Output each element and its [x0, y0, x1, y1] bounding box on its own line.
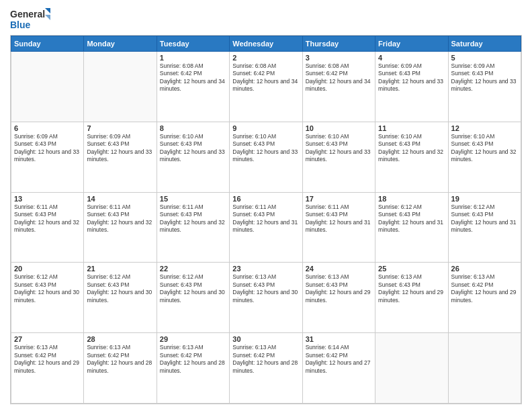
calendar-cell: 18Sunrise: 6:12 AMSunset: 6:43 PMDayligh…: [375, 192, 448, 263]
calendar-cell: 11Sunrise: 6:10 AMSunset: 6:43 PMDayligh…: [375, 122, 448, 192]
calendar-cell: 21Sunrise: 6:12 AMSunset: 6:43 PMDayligh…: [84, 263, 157, 333]
day-info: Sunrise: 6:11 AMSunset: 6:43 PMDaylight:…: [14, 203, 81, 234]
svg-text:General: General: [10, 9, 45, 19]
day-info: Sunrise: 6:12 AMSunset: 6:43 PMDaylight:…: [160, 273, 226, 304]
day-of-week-saturday: Saturday: [448, 36, 521, 52]
svg-text:Blue: Blue: [10, 19, 31, 30]
day-number: 20: [14, 265, 81, 273]
day-info: Sunrise: 6:10 AMSunset: 6:43 PMDaylight:…: [451, 133, 518, 164]
day-info: Sunrise: 6:12 AMSunset: 6:43 PMDaylight:…: [14, 273, 81, 304]
day-number: 21: [87, 265, 153, 273]
day-number: 7: [87, 124, 153, 132]
day-of-week-friday: Friday: [375, 36, 448, 52]
day-number: 26: [451, 265, 518, 273]
day-info: Sunrise: 6:12 AMSunset: 6:43 PMDaylight:…: [87, 273, 153, 304]
calendar-cell: 12Sunrise: 6:10 AMSunset: 6:43 PMDayligh…: [448, 122, 521, 192]
day-number: 24: [306, 265, 372, 273]
calendar-cell: 16Sunrise: 6:11 AMSunset: 6:43 PMDayligh…: [230, 192, 302, 263]
day-info: Sunrise: 6:13 AMSunset: 6:43 PMDaylight:…: [378, 273, 445, 304]
day-number: 22: [160, 265, 226, 273]
day-number: 4: [378, 54, 445, 62]
day-info: Sunrise: 6:13 AMSunset: 6:42 PMDaylight:…: [87, 344, 153, 375]
day-number: 16: [232, 195, 299, 203]
calendar-cell: 2Sunrise: 6:08 AMSunset: 6:42 PMDaylight…: [230, 52, 302, 122]
day-number: 28: [87, 335, 153, 343]
calendar-cell: 14Sunrise: 6:11 AMSunset: 6:43 PMDayligh…: [84, 192, 157, 263]
calendar-cell: 13Sunrise: 6:11 AMSunset: 6:43 PMDayligh…: [11, 192, 84, 263]
day-number: 6: [14, 124, 81, 132]
day-info: Sunrise: 6:08 AMSunset: 6:42 PMDaylight:…: [232, 62, 299, 93]
day-info: Sunrise: 6:12 AMSunset: 6:43 PMDaylight:…: [451, 203, 518, 234]
calendar-cell: 30Sunrise: 6:13 AMSunset: 6:42 PMDayligh…: [230, 333, 302, 404]
calendar-cell: 20Sunrise: 6:12 AMSunset: 6:43 PMDayligh…: [11, 263, 84, 333]
day-number: 31: [306, 335, 372, 343]
day-number: 17: [306, 195, 372, 203]
calendar-cell: 29Sunrise: 6:13 AMSunset: 6:42 PMDayligh…: [157, 333, 229, 404]
day-number: 12: [451, 124, 518, 132]
calendar-cell: 17Sunrise: 6:11 AMSunset: 6:43 PMDayligh…: [302, 192, 375, 263]
day-number: 3: [306, 54, 372, 62]
calendar-cell: 28Sunrise: 6:13 AMSunset: 6:42 PMDayligh…: [84, 333, 157, 404]
day-info: Sunrise: 6:14 AMSunset: 6:42 PMDaylight:…: [306, 344, 372, 375]
calendar-cell: 6Sunrise: 6:09 AMSunset: 6:43 PMDaylight…: [11, 122, 84, 192]
logo-svg: General Blue: [10, 7, 50, 31]
day-of-week-monday: Monday: [84, 36, 157, 52]
calendar-cell: 1Sunrise: 6:08 AMSunset: 6:42 PMDaylight…: [157, 52, 229, 122]
day-info: Sunrise: 6:13 AMSunset: 6:43 PMDaylight:…: [232, 273, 299, 304]
day-number: 2: [232, 54, 299, 62]
day-number: 5: [451, 54, 518, 62]
calendar-cell: 5Sunrise: 6:09 AMSunset: 6:43 PMDaylight…: [448, 52, 521, 122]
calendar-cell: [448, 333, 521, 404]
day-info: Sunrise: 6:13 AMSunset: 6:42 PMDaylight:…: [160, 344, 226, 375]
day-number: 11: [378, 124, 445, 132]
calendar-cell: 31Sunrise: 6:14 AMSunset: 6:42 PMDayligh…: [302, 333, 375, 404]
header: General Blue: [10, 7, 522, 31]
calendar-cell: 9Sunrise: 6:10 AMSunset: 6:43 PMDaylight…: [230, 122, 302, 192]
day-of-week-tuesday: Tuesday: [157, 36, 229, 52]
day-info: Sunrise: 6:11 AMSunset: 6:43 PMDaylight:…: [87, 203, 153, 234]
day-info: Sunrise: 6:11 AMSunset: 6:43 PMDaylight:…: [160, 203, 226, 234]
calendar-cell: 8Sunrise: 6:10 AMSunset: 6:43 PMDaylight…: [157, 122, 229, 192]
calendar: SundayMondayTuesdayWednesdayThursdayFrid…: [10, 35, 522, 404]
day-of-week-thursday: Thursday: [302, 36, 375, 52]
day-info: Sunrise: 6:10 AMSunset: 6:43 PMDaylight:…: [232, 133, 299, 164]
calendar-cell: 19Sunrise: 6:12 AMSunset: 6:43 PMDayligh…: [448, 192, 521, 263]
day-number: 1: [160, 54, 226, 62]
day-number: 27: [14, 335, 81, 343]
calendar-cell: 27Sunrise: 6:13 AMSunset: 6:42 PMDayligh…: [11, 333, 84, 404]
day-number: 29: [160, 335, 226, 343]
logo: General Blue: [10, 7, 50, 31]
calendar-cell: [11, 52, 84, 122]
day-info: Sunrise: 6:10 AMSunset: 6:43 PMDaylight:…: [160, 133, 226, 164]
day-info: Sunrise: 6:11 AMSunset: 6:43 PMDaylight:…: [306, 203, 372, 234]
day-number: 14: [87, 195, 153, 203]
calendar-cell: [375, 333, 448, 404]
calendar-cell: 4Sunrise: 6:09 AMSunset: 6:43 PMDaylight…: [375, 52, 448, 122]
day-of-week-wednesday: Wednesday: [230, 36, 302, 52]
day-number: 10: [306, 124, 372, 132]
calendar-cell: 22Sunrise: 6:12 AMSunset: 6:43 PMDayligh…: [157, 263, 229, 333]
day-info: Sunrise: 6:10 AMSunset: 6:43 PMDaylight:…: [306, 133, 372, 164]
calendar-cell: 15Sunrise: 6:11 AMSunset: 6:43 PMDayligh…: [157, 192, 229, 263]
day-number: 23: [232, 265, 299, 273]
calendar-cell: 10Sunrise: 6:10 AMSunset: 6:43 PMDayligh…: [302, 122, 375, 192]
day-info: Sunrise: 6:13 AMSunset: 6:43 PMDaylight:…: [306, 273, 372, 304]
day-info: Sunrise: 6:09 AMSunset: 6:43 PMDaylight:…: [451, 62, 518, 93]
day-number: 25: [378, 265, 445, 273]
day-info: Sunrise: 6:12 AMSunset: 6:43 PMDaylight:…: [378, 203, 445, 234]
day-of-week-sunday: Sunday: [11, 36, 84, 52]
day-info: Sunrise: 6:08 AMSunset: 6:42 PMDaylight:…: [306, 62, 372, 93]
day-number: 15: [160, 195, 226, 203]
day-info: Sunrise: 6:11 AMSunset: 6:43 PMDaylight:…: [232, 203, 299, 234]
calendar-cell: [84, 52, 157, 122]
calendar-cell: 23Sunrise: 6:13 AMSunset: 6:43 PMDayligh…: [230, 263, 302, 333]
day-number: 30: [232, 335, 299, 343]
calendar-cell: 26Sunrise: 6:13 AMSunset: 6:42 PMDayligh…: [448, 263, 521, 333]
day-info: Sunrise: 6:13 AMSunset: 6:42 PMDaylight:…: [232, 344, 299, 375]
day-number: 8: [160, 124, 226, 132]
svg-marker-3: [45, 15, 50, 20]
day-info: Sunrise: 6:10 AMSunset: 6:43 PMDaylight:…: [378, 133, 445, 164]
day-number: 18: [378, 195, 445, 203]
calendar-cell: 25Sunrise: 6:13 AMSunset: 6:43 PMDayligh…: [375, 263, 448, 333]
day-number: 9: [232, 124, 299, 132]
